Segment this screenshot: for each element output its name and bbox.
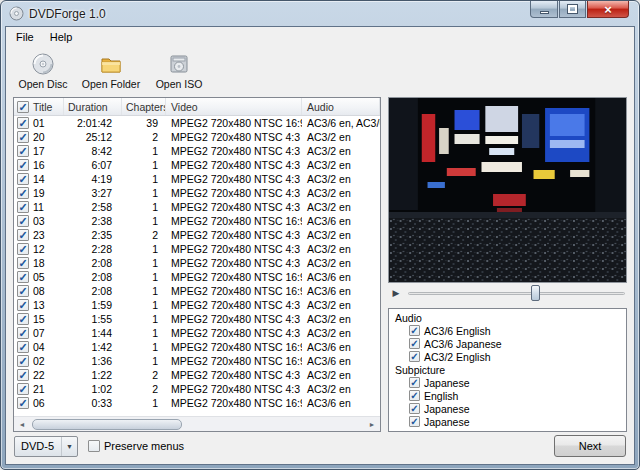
row-checkbox[interactable]: ✓ — [17, 187, 29, 199]
table-row[interactable]: ✓071:441MPEG2 720x480 NTSC 4:3AC3/2 en — [14, 326, 380, 340]
table-row[interactable]: ✓166:071MPEG2 720x480 NTSC 4:3AC3/2 en — [14, 158, 380, 172]
window-title: DVDForge 1.0 — [29, 7, 106, 21]
table-row[interactable]: ✓182:081MPEG2 720x480 NTSC 4:3AC3/2 en — [14, 256, 380, 270]
minimize-button[interactable] — [530, 1, 558, 18]
toolbar: Open Disc Open Folder Open ISO — [6, 47, 634, 97]
open-iso-button[interactable]: Open ISO — [148, 49, 210, 95]
select-all-checkbox[interactable]: ✓ — [17, 101, 29, 113]
stream-option[interactable]: ✓AC3/6 English — [389, 324, 626, 337]
scrollbar-thumb[interactable] — [32, 419, 182, 430]
row-checkbox[interactable]: ✓ — [17, 145, 29, 157]
seek-slider[interactable] — [408, 284, 627, 302]
disc-format-select[interactable]: DVD-5 ▼ — [14, 436, 78, 457]
row-checkbox[interactable]: ✓ — [17, 117, 29, 129]
stream-option-checkbox[interactable]: ✓ — [409, 390, 420, 401]
stream-option-checkbox[interactable]: ✓ — [409, 351, 420, 362]
row-checkbox[interactable]: ✓ — [17, 299, 29, 311]
play-button[interactable]: ▶ — [388, 286, 404, 300]
next-button[interactable]: Next — [554, 435, 626, 457]
stream-option[interactable]: ✓Japanese — [389, 376, 626, 389]
open-iso-label: Open ISO — [156, 78, 203, 90]
title-cell: ✓06 — [14, 397, 64, 409]
row-checkbox[interactable]: ✓ — [17, 257, 29, 269]
preserve-menus-option[interactable]: Preserve menus — [88, 440, 184, 452]
scroll-left-icon[interactable]: ◄ — [14, 417, 30, 431]
row-checkbox[interactable]: ✓ — [17, 229, 29, 241]
header-chapters[interactable]: Chapters — [122, 98, 166, 115]
header-title[interactable]: ✓ Title — [14, 98, 64, 115]
menu-file[interactable]: File — [8, 29, 42, 45]
row-checkbox[interactable]: ✓ — [17, 313, 29, 325]
table-row[interactable]: ✓211:022MPEG2 720x480 NTSC 4:3AC3/2 en — [14, 382, 380, 396]
table-row[interactable]: ✓021:361MPEG2 720x480 NTSC 16:9AC3/6 en — [14, 354, 380, 368]
table-row[interactable]: ✓112:581MPEG2 720x480 NTSC 4:3AC3/2 en — [14, 200, 380, 214]
row-checkbox[interactable]: ✓ — [17, 215, 29, 227]
maximize-button[interactable] — [559, 1, 586, 18]
table-row[interactable]: ✓041:421MPEG2 720x480 NTSC 16:9AC3/6 en — [14, 340, 380, 354]
horizontal-scrollbar[interactable]: ◄ ► — [14, 416, 380, 431]
row-checkbox[interactable]: ✓ — [17, 397, 29, 409]
row-checkbox[interactable]: ✓ — [17, 271, 29, 283]
table-row[interactable]: ✓012:01:4239MPEG2 720x480 NTSC 16:9AC3/6… — [14, 116, 380, 130]
row-title: 17 — [33, 145, 45, 157]
title-cell: ✓14 — [14, 173, 64, 185]
title-cell: ✓23 — [14, 229, 64, 241]
menu-help[interactable]: Help — [42, 29, 81, 45]
row-checkbox[interactable]: ✓ — [17, 369, 29, 381]
video-cell: MPEG2 720x480 NTSC 4:3 — [166, 173, 302, 185]
stream-option-checkbox[interactable]: ✓ — [409, 338, 420, 349]
header-video[interactable]: Video — [166, 98, 302, 115]
row-title: 16 — [33, 159, 45, 171]
open-disc-button[interactable]: Open Disc — [12, 49, 74, 95]
video-cell: MPEG2 720x480 NTSC 4:3 — [166, 201, 302, 213]
stream-option[interactable]: ✓English — [389, 389, 626, 402]
stream-option-checkbox[interactable]: ✓ — [409, 377, 420, 388]
row-checkbox[interactable]: ✓ — [17, 355, 29, 367]
table-row[interactable]: ✓032:381MPEG2 720x480 NTSC 16:9AC3/6 en — [14, 214, 380, 228]
stream-option-checkbox[interactable]: ✓ — [409, 325, 420, 336]
row-checkbox[interactable]: ✓ — [17, 131, 29, 143]
table-row[interactable]: ✓232:352MPEG2 720x480 NTSC 4:3AC3/2 en — [14, 228, 380, 242]
duration-cell: 2:08 — [64, 271, 122, 283]
title-table-body: ✓012:01:4239MPEG2 720x480 NTSC 16:9AC3/6… — [14, 116, 380, 416]
seek-slider-thumb[interactable] — [531, 285, 540, 301]
chapters-cell: 1 — [122, 299, 166, 311]
row-checkbox[interactable]: ✓ — [17, 341, 29, 353]
header-audio[interactable]: Audio — [302, 98, 380, 115]
table-row[interactable]: ✓052:081MPEG2 720x480 NTSC 16:9AC3/6 en — [14, 270, 380, 284]
stream-option[interactable]: ✓Japanese — [389, 415, 626, 428]
preserve-menus-checkbox[interactable] — [88, 440, 100, 452]
table-row[interactable]: ✓060:331MPEG2 720x480 NTSC 16:9AC3/6 en — [14, 396, 380, 410]
scrollbar-track[interactable] — [30, 417, 364, 431]
row-checkbox[interactable]: ✓ — [17, 243, 29, 255]
stream-option[interactable]: ✓Japanese — [389, 402, 626, 415]
title-cell: ✓04 — [14, 341, 64, 353]
duration-cell: 2:08 — [64, 285, 122, 297]
row-checkbox[interactable]: ✓ — [17, 159, 29, 171]
row-checkbox[interactable]: ✓ — [17, 383, 29, 395]
video-cell: MPEG2 720x480 NTSC 16:9 — [166, 341, 302, 353]
table-row[interactable]: ✓221:222MPEG2 720x480 NTSC 4:3AC3/2 en — [14, 368, 380, 382]
row-checkbox[interactable]: ✓ — [17, 285, 29, 297]
header-duration[interactable]: Duration — [64, 98, 122, 115]
row-checkbox[interactable]: ✓ — [17, 173, 29, 185]
stream-option[interactable]: ✓AC3/6 Japanese — [389, 337, 626, 350]
title-bar[interactable]: DVDForge 1.0 × — [5, 1, 635, 26]
seek-slider-track[interactable] — [408, 292, 625, 295]
row-checkbox[interactable]: ✓ — [17, 327, 29, 339]
stream-option-checkbox[interactable]: ✓ — [409, 403, 420, 414]
table-row[interactable]: ✓131:591MPEG2 720x480 NTSC 4:3AC3/2 en — [14, 298, 380, 312]
stream-option-checkbox[interactable]: ✓ — [409, 416, 420, 427]
table-row[interactable]: ✓122:281MPEG2 720x480 NTSC 4:3AC3/2 en — [14, 242, 380, 256]
table-row[interactable]: ✓178:421MPEG2 720x480 NTSC 4:3AC3/2 en — [14, 144, 380, 158]
row-checkbox[interactable]: ✓ — [17, 201, 29, 213]
open-folder-button[interactable]: Open Folder — [80, 49, 142, 95]
table-row[interactable]: ✓2025:122MPEG2 720x480 NTSC 4:3AC3/2 en — [14, 130, 380, 144]
stream-option[interactable]: ✓AC3/2 English — [389, 350, 626, 363]
table-row[interactable]: ✓144:191MPEG2 720x480 NTSC 4:3AC3/2 en — [14, 172, 380, 186]
table-row[interactable]: ✓082:081MPEG2 720x480 NTSC 16:9AC3/6 en — [14, 284, 380, 298]
close-button[interactable]: × — [587, 1, 629, 18]
table-row[interactable]: ✓151:551MPEG2 720x480 NTSC 4:3AC3/2 en — [14, 312, 380, 326]
table-row[interactable]: ✓193:271MPEG2 720x480 NTSC 4:3AC3/2 en — [14, 186, 380, 200]
scroll-right-icon[interactable]: ► — [364, 417, 380, 431]
